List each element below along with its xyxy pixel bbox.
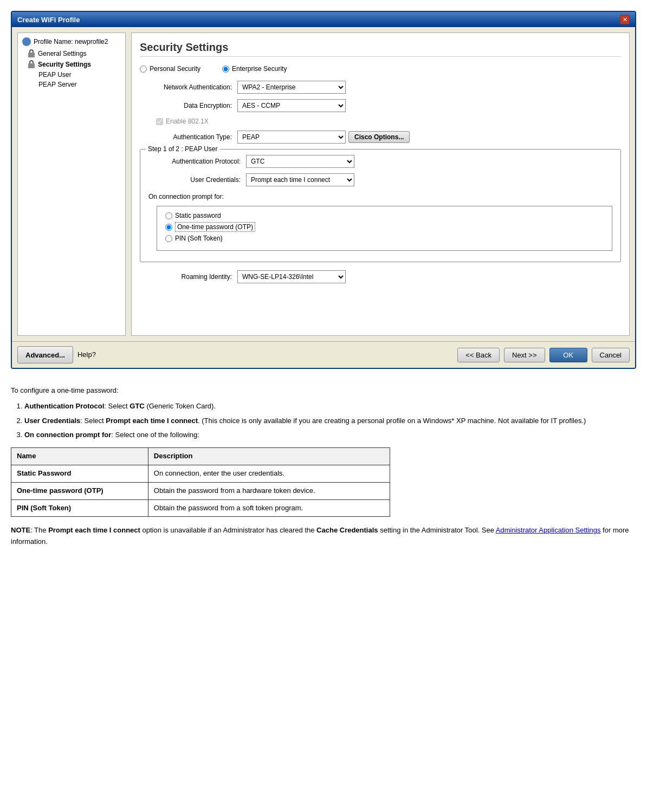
note-box: NOTE: The Prompt each time I connect opt… bbox=[11, 525, 636, 548]
enterprise-security-label: Enterprise Security bbox=[232, 65, 287, 73]
note-text: NOTE: The Prompt each time I connect opt… bbox=[11, 525, 636, 548]
auth-protocol-row: Authentication Protocol: GTC bbox=[148, 155, 612, 168]
auth-protocol-control: GTC bbox=[246, 155, 354, 168]
section-title: Security Settings bbox=[140, 41, 621, 57]
row3-desc: Obtain the password from a soft token pr… bbox=[148, 499, 390, 517]
footer-right: << Back Next >> OK Cancel bbox=[457, 348, 630, 362]
auth-protocol-label: Authentication Protocol: bbox=[148, 158, 246, 165]
nav-security-settings[interactable]: Security Settings bbox=[22, 59, 121, 70]
data-encryption-label: Data Encryption: bbox=[140, 102, 237, 109]
cisco-options-button[interactable]: Cisco Options... bbox=[348, 131, 410, 143]
data-encryption-control: AES - CCMP bbox=[237, 99, 346, 112]
static-password-radio[interactable] bbox=[165, 212, 172, 219]
network-auth-row: Network Authentication: WPA2 - Enterpris… bbox=[140, 81, 621, 94]
table-row: One-time password (OTP) Obtain the passw… bbox=[11, 482, 390, 499]
enable-8021x-row: Enable 802.1X bbox=[156, 118, 621, 125]
user-credentials-control: Prompt each time I connect bbox=[246, 173, 354, 186]
nav-peap-user[interactable]: PEAP User bbox=[22, 70, 121, 80]
user-credentials-row: User Credentials: Prompt each time I con… bbox=[148, 173, 612, 186]
auth-protocol-select[interactable]: GTC bbox=[246, 155, 354, 168]
otp-row: One-time password (OTP) bbox=[165, 222, 604, 232]
step-box: Step 1 of 2 : PEAP User Authentication P… bbox=[140, 149, 621, 262]
intro-text: To configure a one-time password: bbox=[11, 385, 636, 397]
static-password-row: Static password bbox=[165, 212, 604, 219]
col-description-header: Description bbox=[148, 448, 390, 465]
help-link[interactable]: Help? bbox=[77, 346, 96, 363]
pin-soft-token-radio[interactable] bbox=[165, 235, 172, 242]
dialog-titlebar: Create WiFi Profile ✕ bbox=[12, 12, 635, 27]
data-encryption-row: Data Encryption: AES - CCMP bbox=[140, 99, 621, 112]
info-table: Name Description Static Password On conn… bbox=[11, 447, 390, 517]
row1-name: Static Password bbox=[11, 465, 148, 482]
admin-app-settings-link[interactable]: Administrator Application Settings bbox=[496, 526, 601, 534]
data-encryption-select[interactable]: AES - CCMP bbox=[237, 99, 346, 112]
roaming-identity-select[interactable]: WNG-SE-LP14-326\Intel bbox=[237, 270, 346, 283]
step3-bold-label: On connection prompt for bbox=[24, 431, 111, 439]
profile-name-label: Profile Name: newprofile2 bbox=[34, 38, 108, 46]
nav-peap-user-label: PEAP User bbox=[38, 71, 71, 79]
pin-soft-token-label: PIN (Soft Token) bbox=[175, 235, 223, 242]
row3-name: PIN (Soft Token) bbox=[11, 499, 148, 517]
dialog-title: Create WiFi Profile bbox=[17, 16, 80, 24]
dialog-footer: Advanced... Help? << Back Next >> OK Can… bbox=[12, 341, 635, 368]
note-bold2: Cache Credentials bbox=[316, 526, 378, 534]
nav-general-settings[interactable]: General Settings bbox=[22, 48, 121, 59]
enable-8021x-label: Enable 802.1X bbox=[166, 118, 209, 125]
enterprise-security-radio[interactable] bbox=[222, 66, 229, 73]
user-credentials-select[interactable]: Prompt each time I connect bbox=[246, 173, 354, 186]
lock-icon-general bbox=[28, 49, 35, 58]
prompt-section: On connection prompt for: Static passwor… bbox=[148, 193, 612, 251]
nav-general-label: General Settings bbox=[38, 50, 86, 57]
table-row: Static Password On connection, enter the… bbox=[11, 465, 390, 482]
close-button[interactable]: ✕ bbox=[620, 15, 630, 24]
table-row: PIN (Soft Token) Obtain the password fro… bbox=[11, 499, 390, 517]
profile-name-row: Profile Name: newprofile2 bbox=[22, 37, 121, 46]
right-settings-panel: Security Settings Personal Security Ente… bbox=[131, 33, 630, 336]
back-button[interactable]: << Back bbox=[457, 348, 500, 362]
personal-security-option[interactable]: Personal Security bbox=[140, 65, 200, 73]
network-auth-control: WPA2 - Enterprise bbox=[237, 81, 346, 94]
prompt-for-label: On connection prompt for: bbox=[148, 193, 612, 200]
step-box-title: Step 1 of 2 : PEAP User bbox=[146, 145, 220, 153]
cancel-button[interactable]: Cancel bbox=[592, 348, 630, 362]
roaming-identity-label: Roaming Identity: bbox=[140, 273, 237, 281]
steps-list: Authentication Protocol: Select GTC (Gen… bbox=[24, 401, 636, 441]
table-header-row: Name Description bbox=[11, 448, 390, 465]
step2-bold-value: Prompt each time I connect bbox=[106, 417, 198, 425]
personal-security-label: Personal Security bbox=[150, 65, 200, 73]
step-3: On connection prompt for: Select one of … bbox=[24, 430, 636, 441]
advanced-button[interactable]: Advanced... bbox=[17, 346, 73, 363]
nav-security-label: Security Settings bbox=[38, 61, 91, 68]
otp-label: One-time password (OTP) bbox=[175, 222, 255, 232]
enterprise-security-option[interactable]: Enterprise Security bbox=[222, 65, 287, 73]
nav-peap-server[interactable]: PEAP Server bbox=[22, 80, 121, 89]
row2-name: One-time password (OTP) bbox=[11, 482, 148, 499]
pin-soft-token-row: PIN (Soft Token) bbox=[165, 235, 604, 242]
roaming-identity-row: Roaming Identity: WNG-SE-LP14-326\Intel bbox=[140, 270, 621, 283]
roaming-identity-control: WNG-SE-LP14-326\Intel bbox=[237, 270, 346, 283]
ok-button[interactable]: OK bbox=[549, 348, 587, 362]
profile-icon bbox=[22, 37, 31, 46]
network-auth-select[interactable]: WPA2 - Enterprise bbox=[237, 81, 346, 94]
lock-icon-security bbox=[28, 60, 35, 69]
auth-type-select[interactable]: PEAP bbox=[237, 131, 346, 144]
note-label: NOTE bbox=[11, 526, 30, 534]
create-wifi-dialog: Create WiFi Profile ✕ Profile Name: newp… bbox=[11, 11, 636, 369]
col-name-header: Name bbox=[11, 448, 148, 465]
personal-security-radio[interactable] bbox=[140, 66, 147, 73]
row2-desc: Obtain the password from a hardware toke… bbox=[148, 482, 390, 499]
step2-bold-label: User Credentials bbox=[24, 417, 80, 425]
nav-peap-server-label: PEAP Server bbox=[38, 81, 76, 88]
step-1: Authentication Protocol: Select GTC (Gen… bbox=[24, 401, 636, 412]
step1-bold-label: Authentication Protocol bbox=[24, 402, 104, 410]
auth-type-label: Authentication Type: bbox=[140, 133, 237, 141]
auth-type-row: Authentication Type: PEAP Cisco Options.… bbox=[140, 131, 621, 144]
next-button[interactable]: Next >> bbox=[504, 348, 545, 362]
prompt-box: Static password One-time password (OTP) … bbox=[157, 206, 612, 251]
step1-bold-value: GTC bbox=[130, 402, 144, 410]
auth-type-control: PEAP Cisco Options... bbox=[237, 131, 410, 144]
otp-radio[interactable] bbox=[165, 224, 172, 231]
enable-8021x-checkbox bbox=[156, 118, 163, 125]
note-bold1: Prompt each time I connect bbox=[48, 526, 140, 534]
user-credentials-label: User Credentials: bbox=[148, 176, 246, 184]
